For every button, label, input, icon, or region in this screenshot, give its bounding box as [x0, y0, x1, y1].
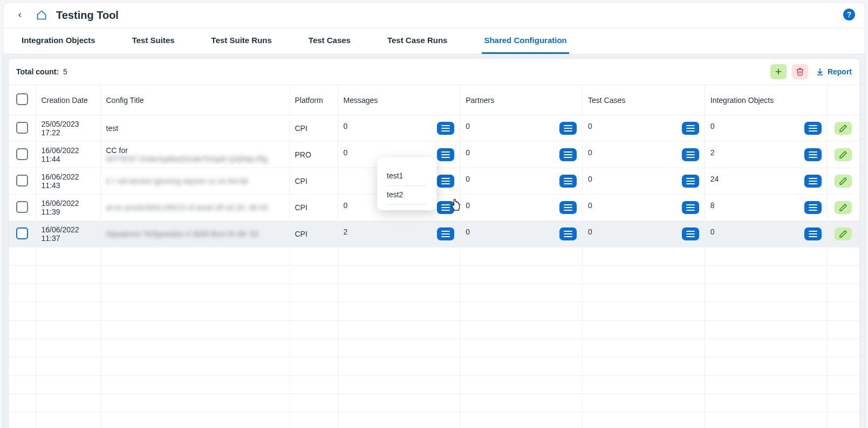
- partners-count: 0: [466, 122, 470, 130]
- tab-integration-objects[interactable]: Integration Objects: [19, 28, 98, 54]
- delete-button[interactable]: [792, 64, 808, 79]
- row-checkbox[interactable]: [16, 227, 28, 239]
- cursor-pointer-overlay: [450, 198, 462, 212]
- messages-list-button[interactable]: [437, 227, 454, 240]
- empty-row: [9, 412, 859, 429]
- integration-objects-list-button[interactable]: [804, 122, 822, 135]
- col-test-cases[interactable]: Test Cases: [583, 85, 705, 115]
- platform: CPI: [289, 115, 338, 142]
- page-title: Testing Tool: [56, 9, 119, 22]
- integration-objects-count: 2: [710, 148, 715, 157]
- select-all-checkbox[interactable]: [16, 93, 28, 105]
- integration-objects-list-button[interactable]: [804, 148, 822, 161]
- add-button[interactable]: [770, 64, 787, 79]
- col-creation-date[interactable]: Creation Date: [36, 85, 100, 115]
- test-cases-list-button[interactable]: [682, 148, 699, 161]
- messages-list-button[interactable]: [437, 122, 454, 135]
- total-count-label: Total count:: [16, 67, 59, 76]
- test-cases-list-button[interactable]: [682, 122, 699, 135]
- report-label: Report: [828, 67, 852, 76]
- empty-row: [9, 321, 859, 339]
- messages-count: 0: [344, 201, 348, 210]
- config-title-blurred: IRTTEST OrderSplitter|OrderToSplit QA|ht…: [106, 155, 268, 163]
- table-row[interactable]: 25/05/2023 17:22testCPI0000: [9, 115, 859, 142]
- config-title-blurred: C r wit terrent Ignoring equren cc on 64…: [106, 177, 248, 185]
- help-button[interactable]: ?: [843, 9, 855, 20]
- home-button[interactable]: [35, 8, 49, 22]
- empty-row: [9, 394, 859, 412]
- popover-item[interactable]: test1: [387, 167, 427, 186]
- partners-list-button[interactable]: [559, 148, 577, 161]
- integration-objects-count: 0: [710, 122, 715, 130]
- integration-objects-list-button[interactable]: [804, 227, 822, 240]
- integration-objects-count: 8: [710, 201, 715, 210]
- platform: PRO: [289, 142, 338, 168]
- test-cases-list-button[interactable]: [682, 201, 699, 214]
- test-cases-count: 0: [588, 227, 592, 236]
- integration-objects-count: 0: [710, 227, 715, 236]
- integration-objects-list-button[interactable]: [804, 175, 822, 188]
- edit-button[interactable]: [835, 175, 852, 188]
- partners-list-button[interactable]: [559, 227, 577, 240]
- messages-count: 2: [344, 227, 348, 236]
- creation-date: 16/06/2022 11:39: [36, 195, 100, 221]
- test-cases-count: 0: [588, 148, 592, 157]
- test-cases-count: 0: [588, 122, 592, 130]
- partners-list-button[interactable]: [559, 122, 577, 135]
- creation-date: 16/06/2022 11:44: [36, 142, 100, 168]
- row-checkbox[interactable]: [16, 201, 28, 213]
- platform: CPI: [289, 221, 338, 247]
- popover-item[interactable]: test2: [387, 186, 427, 205]
- empty-row: [9, 284, 859, 302]
- tab-test-suites[interactable]: Test Suites: [130, 28, 177, 54]
- tab-shared-configuration[interactable]: Shared Configuration: [482, 28, 569, 54]
- config-title: test: [106, 124, 119, 133]
- edit-button[interactable]: [835, 201, 852, 214]
- total-count-value: 5: [63, 67, 67, 76]
- test-cases-count: 0: [588, 201, 592, 210]
- edit-button[interactable]: [835, 227, 852, 240]
- tab-test-case-runs[interactable]: Test Case Runs: [385, 28, 449, 54]
- row-checkbox[interactable]: [16, 122, 28, 134]
- col-config-title[interactable]: Config Title: [100, 85, 289, 115]
- messages-list-button[interactable]: [437, 148, 454, 161]
- col-integration-objects[interactable]: Integration Objects: [705, 85, 827, 115]
- empty-row: [9, 376, 859, 394]
- config-title-blurred: Opuatrons Terfypestion 4 3000 Bcm th 48-…: [106, 230, 258, 238]
- row-checkbox[interactable]: [16, 175, 28, 187]
- row-checkbox[interactable]: [16, 148, 28, 160]
- partners-count: 0: [466, 148, 470, 157]
- integration-objects-count: 24: [710, 175, 719, 183]
- creation-date: 16/06/2022 11:43: [36, 168, 100, 195]
- creation-date: 25/05/2023 17:22: [36, 115, 100, 142]
- tab-test-suite-runs[interactable]: Test Suite Runs: [209, 28, 274, 54]
- messages-count: 0: [344, 148, 348, 157]
- edit-button[interactable]: [835, 148, 852, 161]
- back-button[interactable]: [13, 8, 27, 22]
- col-platform[interactable]: Platform: [289, 85, 338, 115]
- tab-test-cases[interactable]: Test Cases: [306, 28, 353, 54]
- empty-row: [9, 357, 859, 376]
- col-messages[interactable]: Messages: [338, 85, 460, 115]
- platform: CPI: [289, 195, 338, 221]
- partners-list-button[interactable]: [559, 175, 577, 188]
- empty-row: [9, 247, 859, 266]
- partners-count: 0: [466, 201, 470, 210]
- report-button[interactable]: Report: [816, 67, 852, 76]
- platform: CPI: [289, 168, 338, 195]
- partners-count: 0: [466, 227, 470, 236]
- test-cases-list-button[interactable]: [682, 227, 699, 240]
- integration-objects-list-button[interactable]: [804, 201, 822, 214]
- partners-count: 0: [466, 175, 470, 183]
- partners-list-button[interactable]: [559, 201, 577, 214]
- test-cases-count: 0: [588, 175, 592, 183]
- messages-list-button[interactable]: [437, 175, 454, 188]
- config-title-blurred: at on prostUNOLORCO of areal off od 20- …: [106, 203, 268, 212]
- edit-button[interactable]: [835, 122, 852, 135]
- creation-date: 16/06/2022 11:37: [36, 221, 100, 247]
- table-row[interactable]: 16/06/2022 11:37Opuatrons Terfypestion 4…: [9, 221, 859, 247]
- col-partners[interactable]: Partners: [460, 85, 583, 115]
- test-cases-list-button[interactable]: [682, 175, 699, 188]
- config-title: CC for: [106, 146, 128, 155]
- empty-row: [9, 266, 859, 284]
